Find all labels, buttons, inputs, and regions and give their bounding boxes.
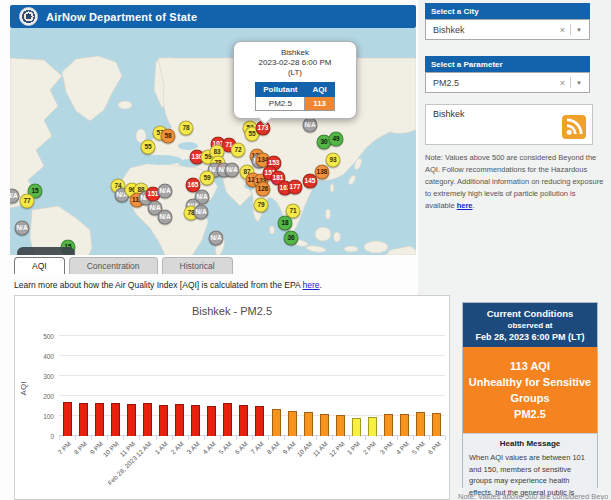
map-marker[interactable]: 79	[254, 198, 269, 213]
popup-aqi-table: Pollutant AQI PM2.5 113	[255, 82, 334, 111]
chart-bar[interactable]	[400, 414, 409, 436]
map-marker[interactable]: 126	[256, 182, 271, 197]
popup-city: Bishkek	[240, 48, 350, 58]
map-marker[interactable]: N/A	[158, 210, 173, 225]
x-axis-tick	[107, 436, 108, 440]
x-axis-tick	[365, 436, 366, 440]
map-marker[interactable]: 58	[161, 129, 176, 144]
x-axis-tick	[59, 436, 60, 440]
map-marker[interactable]: N/A	[15, 221, 30, 236]
dropdown-divider	[570, 77, 571, 88]
tab-historical[interactable]: Historical	[162, 257, 233, 274]
chart-bar[interactable]	[111, 403, 120, 436]
chart-bar[interactable]	[95, 403, 104, 436]
chart-bar[interactable]	[79, 403, 88, 436]
bar-series	[59, 336, 445, 436]
x-tick-label: 4 PM	[394, 440, 410, 456]
chart-bar[interactable]	[416, 412, 425, 436]
map-attribution-pill[interactable]	[17, 247, 75, 255]
map-marker[interactable]: N/A	[303, 118, 318, 133]
map-marker[interactable]: 177	[288, 180, 303, 195]
parameter-dropdown[interactable]: PM2.5 × ▼	[425, 72, 590, 93]
map-marker[interactable]: N/A	[225, 163, 240, 178]
chart-bar[interactable]	[127, 404, 136, 436]
x-axis-tick	[91, 436, 92, 440]
chart-bar[interactable]	[336, 415, 345, 436]
city-dropdown[interactable]: Bishkek × ▼	[425, 19, 590, 40]
chart-bar[interactable]	[368, 417, 377, 436]
y-tick-label: 500	[43, 333, 54, 340]
popup-datetime: 2023-02-28 6:00 PM	[240, 58, 350, 68]
chart-bar[interactable]	[320, 414, 329, 436]
app-title: AirNow Department of State	[46, 11, 197, 23]
world-aqi-map[interactable]: N/A1577N/A15555758781077172130598378N/AN…	[10, 28, 416, 255]
rss-icon[interactable]	[562, 115, 586, 139]
chart-bar[interactable]	[272, 409, 281, 436]
x-axis-tick	[139, 436, 140, 440]
map-marker[interactable]: 55	[141, 140, 156, 155]
map-marker[interactable]: 49	[329, 132, 344, 147]
cc-title: Current Conditions	[466, 308, 594, 320]
epa-link[interactable]: here	[303, 280, 320, 290]
x-axis-tick	[75, 436, 76, 440]
chevron-down-icon[interactable]: ▼	[576, 27, 582, 33]
chevron-down-icon[interactable]: ▼	[576, 80, 582, 86]
x-tick-label: 1 AM	[153, 440, 168, 455]
x-tick-label: 2 AM	[169, 440, 184, 455]
map-marker[interactable]: N/A	[209, 231, 224, 246]
rss-city-label: Bishkek	[433, 109, 465, 119]
cc-aqi-pollutant: PM2.5	[467, 406, 593, 422]
chart-bar[interactable]	[223, 403, 232, 436]
city-clear-icon[interactable]: ×	[560, 25, 565, 35]
y-tick-label: 0	[50, 433, 54, 440]
map-marker[interactable]: 36	[284, 231, 299, 246]
cc-datetime: Feb 28, 2023 6:00 PM (LT)	[466, 331, 594, 343]
map-marker[interactable]: 138	[315, 165, 330, 180]
tab-aqi[interactable]: AQI	[14, 257, 65, 274]
chart-bar[interactable]	[288, 411, 297, 436]
current-conditions-panel: Current Conditions observed at Feb 28, 2…	[462, 302, 598, 488]
map-marker[interactable]: N/A	[158, 184, 173, 199]
chart-bar[interactable]	[239, 405, 248, 436]
note-link[interactable]: here	[457, 201, 473, 210]
chart-bar[interactable]	[255, 406, 264, 436]
x-tick-label: 5 PM	[410, 440, 426, 456]
note-before: Note: Values above 500 are considered Be…	[425, 153, 603, 210]
map-marker[interactable]: 93	[326, 153, 341, 168]
parameter-clear-icon[interactable]: ×	[560, 78, 565, 88]
map-marker[interactable]: 77	[20, 194, 35, 209]
chart-bar[interactable]	[384, 414, 393, 436]
x-tick-label: 6 PM	[426, 440, 442, 456]
x-tick-label: 8 AM	[266, 440, 281, 455]
chart-bar[interactable]	[143, 403, 152, 436]
chart-bar[interactable]	[207, 406, 216, 436]
x-tick-label: 5 AM	[217, 440, 232, 455]
x-tick-label: 10 PM	[102, 440, 120, 458]
x-tick-label: 7 PM	[56, 440, 72, 456]
beyond-aqi-note: Note: Values above 500 are considered Be…	[425, 152, 605, 212]
parameter-dropdown-value: PM2.5	[433, 78, 459, 88]
chart-bar[interactable]	[159, 405, 168, 436]
popup-aqi-value: 113	[305, 97, 334, 111]
tabs: AQIConcentrationHistorical	[14, 257, 233, 274]
x-axis-tick	[236, 436, 237, 440]
map-marker[interactable]: 72	[231, 143, 246, 158]
map-marker[interactable]: 78	[179, 121, 194, 136]
x-tick-label: 6 AM	[233, 440, 248, 455]
chart-bar[interactable]	[432, 413, 441, 436]
tab-concentration[interactable]: Concentration	[69, 257, 158, 274]
map-marker[interactable]: N/A	[194, 205, 209, 220]
chart-bar[interactable]	[175, 404, 184, 436]
x-axis-tick	[300, 436, 301, 440]
chart-bar[interactable]	[191, 405, 200, 436]
cc-aqi-value: 113 AQI	[467, 358, 593, 374]
cc-aqi-block: 113 AQI Unhealthy for Sensitive Groups P…	[463, 347, 597, 433]
chart-bar[interactable]	[304, 412, 313, 436]
map-marker[interactable]: 59	[200, 171, 215, 186]
chart-bar[interactable]	[63, 402, 72, 436]
y-tick-label: 100	[43, 413, 54, 420]
learn-more-text: Learn more about how the Air Quality Ind…	[14, 280, 322, 290]
chart-bar[interactable]	[352, 418, 361, 436]
x-tick-label: 8 PM	[72, 440, 88, 456]
map-marker[interactable]: 18	[278, 216, 293, 231]
